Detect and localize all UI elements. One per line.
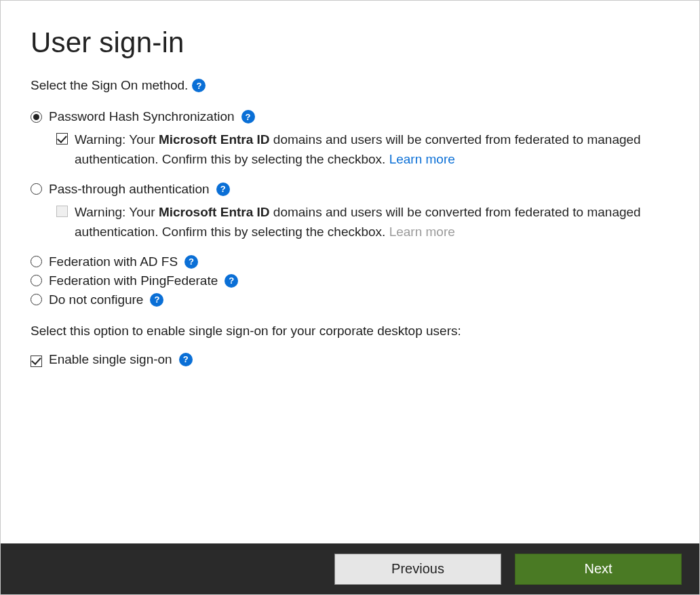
warning-bold: Microsoft Entra ID [159,205,270,219]
radio-label: Pass-through authentication [49,182,210,197]
help-icon[interactable] [216,183,230,196]
radio-label: Password Hash Synchronization [49,109,235,124]
radio-federation-adfs[interactable]: Federation with AD FS [31,254,669,269]
phs-warning-checkbox[interactable] [56,133,68,145]
signon-prompt: Select the Sign On method. [31,78,669,93]
sso-prompt: Select this option to enable single sign… [31,324,669,339]
phs-warning-row: Warning: Your Microsoft Entra ID domains… [56,130,669,170]
radio-label: Federation with PingFederate [49,273,218,288]
radio-pass-through-auth[interactable]: Pass-through authentication [31,182,669,197]
sso-row: Enable single sign-on [31,352,669,367]
radio-password-hash-sync[interactable]: Password Hash Synchronization [31,109,669,124]
radio-icon [31,183,42,195]
warning-prefix: Warning: Your [75,205,159,219]
radio-federation-pingfederate[interactable]: Federation with PingFederate [31,273,669,288]
warning-bold: Microsoft Entra ID [159,132,270,147]
radio-label: Do not configure [49,292,143,307]
radio-icon [31,294,42,305]
signon-method-group: Password Hash Synchronization Warning: Y… [31,109,669,307]
phs-warning-text: Warning: Your Microsoft Entra ID domains… [75,130,669,170]
page-title: User sign-in [31,26,669,59]
help-icon[interactable] [150,293,163,307]
radio-do-not-configure[interactable]: Do not configure [31,292,669,307]
wizard-footer: Previous Next [1,543,699,594]
help-icon[interactable] [184,255,198,269]
next-button[interactable]: Next [515,554,682,585]
radio-label: Federation with AD FS [49,254,178,269]
learn-more-link-disabled: Learn more [389,225,455,239]
previous-button[interactable]: Previous [334,554,501,585]
enable-sso-checkbox[interactable] [31,356,42,367]
help-icon[interactable] [192,79,206,92]
wizard-content: User sign-in Select the Sign On method. … [1,1,699,543]
signon-prompt-text: Select the Sign On method. [31,78,188,93]
help-icon[interactable] [225,274,238,288]
help-icon[interactable] [241,110,255,123]
pta-warning-checkbox [56,206,68,217]
pta-warning-row: Warning: Your Microsoft Entra ID domains… [56,202,669,242]
wizard-window: User sign-in Select the Sign On method. … [0,0,700,595]
learn-more-link[interactable]: Learn more [389,152,455,166]
radio-icon [31,256,42,267]
pta-warning-text: Warning: Your Microsoft Entra ID domains… [75,202,669,242]
radio-icon [31,111,42,123]
help-icon[interactable] [179,353,193,366]
enable-sso-label: Enable single sign-on [49,352,172,367]
warning-prefix: Warning: Your [75,132,159,147]
radio-icon [31,275,42,286]
